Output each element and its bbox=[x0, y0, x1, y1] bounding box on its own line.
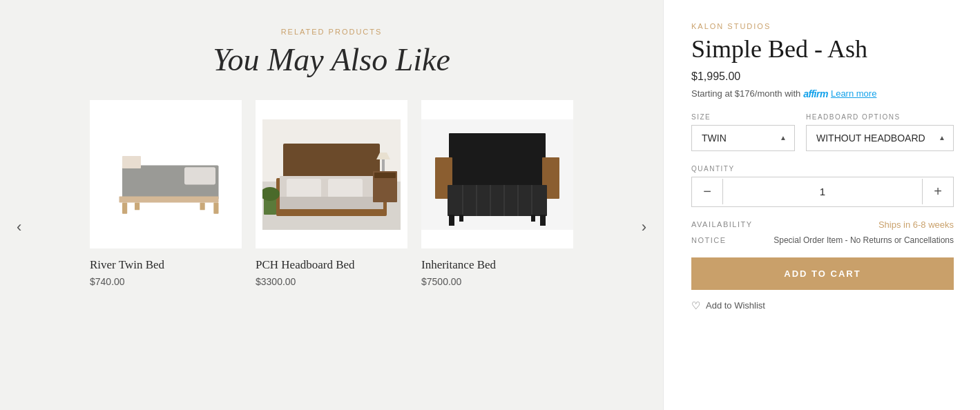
headboard-option-group: HEADBOARD OPTIONS WITHOUT HEADBOARD WITH… bbox=[806, 113, 954, 151]
river-twin-bed-image bbox=[104, 126, 228, 223]
minus-icon: − bbox=[703, 184, 711, 199]
svg-rect-6 bbox=[200, 202, 205, 210]
availability-value: Ships in 6-8 weeks bbox=[878, 219, 954, 230]
svg-rect-34 bbox=[540, 215, 546, 226]
related-products-label: RELATED PRODUCTS bbox=[281, 28, 383, 36]
options-row: SIZE TWIN FULL QUEEN KING ▲ HEADBOARD OP… bbox=[691, 113, 954, 151]
svg-rect-18 bbox=[382, 159, 385, 171]
headboard-label: HEADBOARD OPTIONS bbox=[806, 113, 954, 121]
notice-row: NOTICE Special Order Item - No Returns o… bbox=[691, 235, 954, 245]
product-image-river-twin-bed bbox=[90, 100, 242, 248]
quantity-value: 1 bbox=[722, 179, 923, 204]
size-select[interactable]: TWIN FULL QUEEN KING bbox=[691, 125, 795, 151]
product-name-inheritance-bed: Inheritance Bed bbox=[421, 258, 573, 272]
products-row: River Twin Bed $740.00 bbox=[41, 100, 622, 287]
learn-more-link[interactable]: Learn more bbox=[831, 88, 876, 99]
svg-rect-14 bbox=[328, 179, 363, 198]
quantity-decrease-button[interactable]: − bbox=[692, 177, 722, 206]
availability-label: AVAILABILITY bbox=[691, 220, 753, 228]
size-option-group: SIZE TWIN FULL QUEEN KING ▲ bbox=[691, 113, 795, 151]
svg-rect-3 bbox=[122, 202, 127, 213]
svg-rect-17 bbox=[374, 173, 396, 178]
product-card-pch-headboard-bed[interactable]: PCH Headboard Bed $3300.00 bbox=[256, 100, 407, 287]
chevron-right-icon: › bbox=[642, 218, 646, 235]
chevron-left-icon: ‹ bbox=[17, 218, 21, 235]
section-title: You May Also Like bbox=[213, 41, 450, 78]
pch-bed-image bbox=[262, 119, 401, 230]
next-arrow-button[interactable]: › bbox=[635, 211, 653, 243]
svg-rect-36 bbox=[531, 215, 535, 222]
brand-label: KALON STUDIOS bbox=[691, 22, 954, 30]
svg-rect-5 bbox=[135, 202, 140, 210]
affirm-text: Starting at $176/month with bbox=[691, 88, 800, 99]
quantity-section: QUANTITY − 1 + bbox=[691, 165, 954, 207]
svg-rect-33 bbox=[449, 215, 454, 226]
product-name-river-twin-bed: River Twin Bed bbox=[90, 258, 242, 272]
svg-rect-23 bbox=[449, 133, 546, 188]
quantity-control: − 1 + bbox=[691, 177, 954, 207]
quantity-increase-button[interactable]: + bbox=[923, 177, 953, 206]
affirm-line: Starting at $176/month with affirm Learn… bbox=[691, 88, 954, 99]
notice-label: NOTICE bbox=[691, 236, 727, 244]
plus-icon: + bbox=[934, 184, 942, 199]
size-label: SIZE bbox=[691, 113, 795, 121]
product-card-inheritance-bed[interactable]: Inheritance Bed $7500.00 bbox=[421, 100, 573, 287]
product-title: Simple Bed - Ash bbox=[691, 36, 954, 64]
svg-rect-2 bbox=[122, 156, 141, 168]
related-products-section: RELATED PRODUCTS You May Also Like ‹ bbox=[0, 0, 663, 410]
headboard-select-wrap: WITHOUT HEADBOARD WITH HEADBOARD ▲ bbox=[806, 125, 954, 151]
product-name-pch-headboard-bed: PCH Headboard Bed bbox=[256, 258, 407, 272]
headboard-select[interactable]: WITHOUT HEADBOARD WITH HEADBOARD bbox=[806, 125, 954, 151]
affirm-logo: affirm bbox=[803, 88, 828, 99]
prev-arrow-button[interactable]: ‹ bbox=[10, 211, 28, 243]
product-image-pch-headboard-bed bbox=[256, 100, 407, 248]
product-image-inheritance-bed bbox=[421, 100, 573, 248]
svg-rect-15 bbox=[280, 197, 383, 209]
product-card-river-twin-bed[interactable]: River Twin Bed $740.00 bbox=[90, 100, 242, 287]
svg-rect-4 bbox=[213, 202, 218, 213]
size-select-wrap: TWIN FULL QUEEN KING ▲ bbox=[691, 125, 795, 151]
heart-icon: ♡ bbox=[691, 300, 700, 312]
product-price-river-twin-bed: $740.00 bbox=[90, 276, 242, 287]
product-price: $1,995.00 bbox=[691, 70, 954, 83]
svg-rect-35 bbox=[459, 215, 463, 222]
svg-rect-1 bbox=[119, 196, 219, 202]
quantity-label: QUANTITY bbox=[691, 165, 954, 173]
wishlist-label: Add to Wishlist bbox=[706, 300, 765, 311]
wishlist-row[interactable]: ♡ Add to Wishlist bbox=[691, 300, 954, 312]
product-price-pch-headboard-bed: $3300.00 bbox=[256, 276, 407, 287]
notice-value: Special Order Item - No Returns or Cance… bbox=[774, 235, 954, 245]
svg-rect-7 bbox=[184, 167, 215, 184]
inheritance-bed-image bbox=[421, 119, 573, 230]
availability-row: AVAILABILITY Ships in 6-8 weeks bbox=[691, 219, 954, 230]
add-to-cart-button[interactable]: ADD TO CART bbox=[691, 257, 954, 290]
svg-rect-13 bbox=[287, 179, 321, 198]
product-detail-panel: KALON STUDIOS Simple Bed - Ash $1,995.00… bbox=[663, 0, 980, 410]
product-price-inheritance-bed: $7500.00 bbox=[421, 276, 573, 287]
